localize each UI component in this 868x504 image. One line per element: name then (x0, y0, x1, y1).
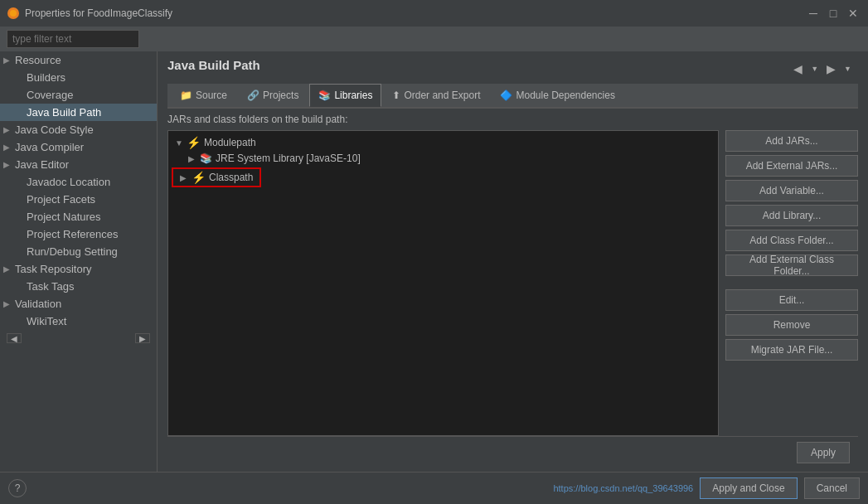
sidebar-item-java-build-path[interactable]: Java Build Path (0, 104, 157, 121)
cancel-button[interactable]: Cancel (804, 477, 860, 499)
sidebar-item-run-debug[interactable]: Run/Debug Setting (0, 243, 157, 260)
apply-button[interactable]: Apply (797, 442, 850, 463)
button-spacer (725, 279, 858, 286)
add-variable-button[interactable]: Add Variable... (725, 180, 858, 201)
expand-arrow: ▼ (175, 138, 183, 148)
jre-label: JRE System Library [JavaSE-10] (216, 153, 361, 164)
footer-link: https://blog.csdn.net/qq_39643996 (553, 483, 693, 493)
classpath-icon: ⚡ (192, 171, 206, 184)
scroll-left-btn[interactable]: ◀ (7, 333, 22, 343)
tree-item-classpath[interactable]: ▶ ⚡ Classpath (172, 167, 261, 187)
sidebar-label: Javadoc Location (27, 176, 110, 188)
expand-arrow: ▶ (188, 154, 196, 163)
sidebar-item-project-references[interactable]: Project References (0, 225, 157, 243)
action-buttons: Add JARs... Add External JARs... Add Var… (725, 130, 858, 436)
content-area: ▶ Resource Builders Coverage Java Build … (0, 51, 868, 472)
tab-module-label: Module Dependencies (516, 90, 614, 101)
tree-item-modulepath[interactable]: ▼ ⚡ Modulepath (168, 134, 718, 151)
sidebar-label: Task Repository (15, 263, 91, 275)
sidebar-item-task-tags[interactable]: Task Tags (0, 278, 157, 295)
module-tab-icon: 🔷 (500, 90, 512, 101)
build-path-label: JARs and class folders on the build path… (167, 114, 858, 125)
sidebar-item-java-editor[interactable]: ▶ Java Editor (0, 156, 157, 173)
tab-projects-label: Projects (263, 90, 298, 101)
tab-source-label: Source (196, 90, 227, 101)
tab-projects[interactable]: 🔗 Projects (238, 84, 308, 107)
sidebar-item-wikitext[interactable]: WikiText (0, 313, 157, 330)
sidebar-label: Project References (27, 228, 119, 240)
modulepath-label: Modulepath (204, 137, 256, 148)
expand-icon: ▶ (3, 143, 10, 152)
apply-close-button[interactable]: Apply and Close (700, 477, 797, 499)
add-external-class-folder-button[interactable]: Add External Class Folder... (725, 254, 858, 276)
sidebar-item-validation[interactable]: ▶ Validation (0, 295, 157, 313)
help-button[interactable]: ? (8, 479, 27, 497)
sidebar-item-task-repository[interactable]: ▶ Task Repository (0, 260, 157, 278)
sidebar: ▶ Resource Builders Coverage Java Build … (0, 51, 158, 472)
projects-tab-icon: 🔗 (247, 90, 259, 101)
nav-back-button[interactable]: ◀ (790, 61, 806, 77)
modulepath-icon: ⚡ (187, 136, 201, 149)
sidebar-item-javadoc[interactable]: Javadoc Location (0, 173, 157, 191)
add-jars-button[interactable]: Add JARs... (725, 130, 858, 152)
sidebar-item-project-natures[interactable]: Project Natures (0, 208, 157, 225)
sidebar-label: Java Compiler (15, 141, 84, 153)
tab-module-deps[interactable]: 🔷 Module Dependencies (491, 84, 623, 107)
classpath-label: Classpath (209, 172, 253, 183)
build-path-content: ▼ ⚡ Modulepath ▶ 📚 JRE System Library [J… (167, 130, 858, 436)
sidebar-label: Project Facets (27, 193, 95, 206)
app-icon (7, 7, 20, 20)
panel-header: Java Build Path ◀ ▼ ▶ ▼ (167, 58, 858, 79)
sidebar-item-resource[interactable]: ▶ Resource (0, 51, 157, 69)
source-tab-icon: 📁 (180, 90, 192, 101)
scroll-right-btn[interactable]: ▶ (135, 333, 150, 343)
minimize-button[interactable]: ─ (805, 5, 822, 22)
add-external-jars-button[interactable]: Add External JARs... (725, 155, 858, 177)
svg-point-1 (10, 10, 17, 17)
remove-button[interactable]: Remove (725, 314, 858, 336)
sidebar-item-builders[interactable]: Builders (0, 69, 157, 86)
expand-icon: ▶ (3, 56, 10, 65)
sidebar-label: Run/Debug Setting (27, 245, 118, 258)
nav-arrows: ◀ ▼ ▶ ▼ (790, 61, 858, 77)
expand-icon: ▶ (3, 264, 10, 274)
migrate-jar-button[interactable]: Migrate JAR File... (725, 339, 858, 361)
dialog: ▶ Resource Builders Coverage Java Build … (0, 27, 868, 504)
filter-bar (0, 27, 868, 51)
sidebar-label: Java Build Path (27, 106, 101, 119)
tab-libraries-label: Libraries (334, 90, 372, 101)
nav-forward-button[interactable]: ▶ (823, 61, 839, 77)
tab-order-label: Order and Export (404, 90, 480, 101)
expand-icon: ▶ (3, 160, 10, 169)
title-bar: Properties for FoodImageClassify ─ □ ✕ (0, 0, 868, 27)
window-title: Properties for FoodImageClassify (25, 7, 805, 19)
sidebar-label: Java Code Style (15, 124, 94, 136)
edit-button[interactable]: Edit... (725, 289, 858, 311)
sidebar-item-coverage[interactable]: Coverage (0, 86, 157, 104)
expand-icon: ▶ (3, 125, 10, 134)
add-library-button[interactable]: Add Library... (725, 205, 858, 226)
maximize-button[interactable]: □ (825, 5, 841, 22)
order-tab-icon: ⬆ (392, 90, 400, 101)
sidebar-item-java-code-style[interactable]: ▶ Java Code Style (0, 121, 157, 138)
jre-icon: 📚 (200, 153, 212, 164)
sidebar-label: Java Editor (15, 158, 69, 171)
tree-item-jre[interactable]: ▶ 📚 JRE System Library [JavaSE-10] (168, 151, 718, 166)
filter-input[interactable] (7, 30, 139, 48)
tab-libraries[interactable]: 📚 Libraries (309, 84, 381, 107)
sidebar-item-java-compiler[interactable]: ▶ Java Compiler (0, 138, 157, 156)
sidebar-item-project-facets[interactable]: Project Facets (0, 191, 157, 208)
expand-icon: ▶ (3, 299, 10, 308)
tab-source[interactable]: 📁 Source (171, 84, 236, 107)
tree-area[interactable]: ▼ ⚡ Modulepath ▶ 📚 JRE System Library [J… (167, 130, 719, 436)
close-button[interactable]: ✕ (845, 5, 861, 22)
build-path-panel: JARs and class folders on the build path… (167, 114, 858, 436)
sidebar-label: Task Tags (27, 280, 75, 293)
tab-order-export[interactable]: ⬆ Order and Export (383, 84, 489, 107)
nav-forward-dropdown[interactable]: ▼ (841, 63, 855, 75)
sidebar-label: Builders (27, 71, 65, 84)
add-class-folder-button[interactable]: Add Class Folder... (725, 230, 858, 251)
sidebar-label: Project Natures (27, 211, 101, 223)
nav-back-dropdown[interactable]: ▼ (807, 63, 822, 75)
expand-arrow: ▶ (180, 173, 188, 182)
